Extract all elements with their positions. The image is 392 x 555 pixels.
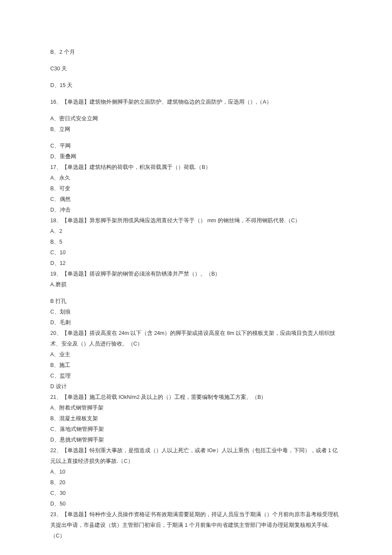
- q17-option-d: D、冲击: [50, 205, 342, 215]
- q17-option-a: A、永久: [50, 173, 342, 183]
- q17-option-c: C、偶然: [50, 194, 342, 205]
- q20-option-c: C、监理: [50, 371, 342, 381]
- q16-stem: 16、【单选题】建筑物外侧脚手架的立面防护、建筑物临边的立面防护，应选用（）,（…: [50, 97, 342, 108]
- q15-option-c: C30 天: [50, 64, 342, 74]
- spacer: [50, 108, 342, 113]
- q20-option-d: D 设计: [50, 381, 342, 392]
- q16-option-c: C、平网: [50, 141, 342, 151]
- q23-stem: 23、【单选题】特种作业人员操作资格证书有效期满需要延期的，持证人员应当于期满（…: [50, 509, 342, 541]
- q22-option-d: D、50: [50, 499, 342, 509]
- q19-stem: 19、【单选题】搭设脚手架的钢管必须涂有防锈漆并严禁（）。（B）: [50, 269, 342, 279]
- document-page: B、2 个月 C30 天 D、15 天 16、【单选题】建筑物外侧脚手架的立面防…: [0, 0, 392, 555]
- q18-option-c: C、10: [50, 247, 342, 258]
- q22-stem: 22、【单选题】特别重大事故，是指造成（）人以上死亡，或者 IOe）人以上重伤（…: [50, 445, 342, 467]
- q22-option-c: C、30: [50, 488, 342, 499]
- q21-option-d: D、悬挑式钢管脚手架: [50, 435, 342, 445]
- q21-option-b: B、混凝土模板支架: [50, 413, 342, 424]
- q18-stem: 18、【单选题】异形脚手架所用缆风绳应选用直径大于等于（） mm 的钢丝绳，不得…: [50, 215, 342, 226]
- spacer: [50, 135, 342, 141]
- q18-option-d: D、12: [50, 258, 342, 269]
- q17-option-b: B、可变: [50, 183, 342, 194]
- q19-option-b: B 打孔: [50, 296, 342, 307]
- spacer: [50, 91, 342, 97]
- q15-option-d: D、15 天: [50, 80, 342, 91]
- q21-stem: 21、【单选题】施工总荷载 IOkN/m2 及以上的（）工程，需要编制专项施工方…: [50, 392, 342, 403]
- q16-option-b: B、立网: [50, 124, 342, 135]
- q22-option-b: B、20: [50, 477, 342, 488]
- q19-option-a: A.磨损: [50, 279, 342, 290]
- spacer: [50, 74, 342, 80]
- q16-option-d: D、重叠网: [50, 151, 342, 162]
- q16-option-a: A、密日式安全立网: [50, 113, 342, 124]
- spacer: [50, 290, 342, 296]
- q21-option-a: A、附着式钢管脚手架: [50, 403, 342, 413]
- q17-stem: 17、【单选题】建筑结构的荷载中，积灰荷载属于（）荷载.（B）: [50, 162, 342, 173]
- q18-option-a: A、2: [50, 226, 342, 237]
- q15-option-b: B、2 个月: [50, 47, 342, 58]
- q18-option-b: B、5: [50, 237, 342, 247]
- q20-option-b: B、施工: [50, 360, 342, 371]
- q22-option-a: A、10: [50, 467, 342, 477]
- spacer: [50, 58, 342, 64]
- q19-option-c: C、划痕: [50, 307, 342, 317]
- q21-option-c: C、落地式钢管脚手架: [50, 424, 342, 435]
- q20-stem: 20、【单选题】搭设高度在 24m 以下（含 24m）的脚手架或搭设高度在 8m…: [50, 328, 342, 349]
- q20-option-a: A、业主: [50, 349, 342, 360]
- q19-option-d: D、毛刺: [50, 317, 342, 328]
